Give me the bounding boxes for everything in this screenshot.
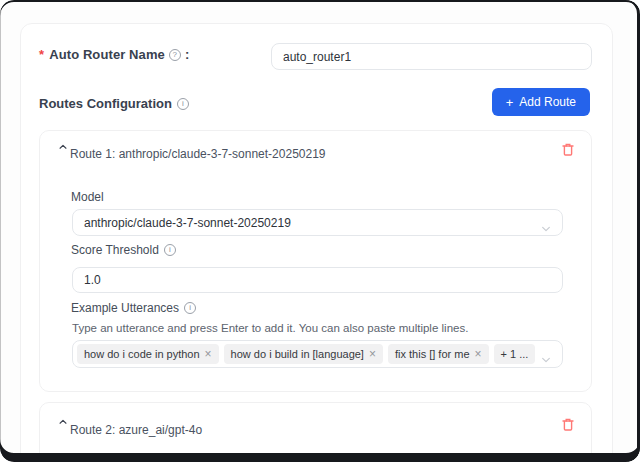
route-1-panel: Route 1: anthropic/claude-3-7-sonnet-202…: [39, 130, 592, 392]
route-1-title: Route 1: anthropic/claude-3-7-sonnet-202…: [70, 147, 326, 161]
question-circle-icon[interactable]: ?: [169, 49, 181, 61]
utterance-tag: how do i code in python ×: [77, 344, 219, 364]
tag-close-icon[interactable]: ×: [475, 348, 482, 360]
auto-router-name-input[interactable]: [271, 43, 592, 70]
utterance-tag-label: how do i build in [language]: [231, 348, 364, 360]
app-window: * Auto Router Name ? : Routes Configurat…: [0, 0, 640, 462]
model-label: Model: [71, 190, 104, 204]
utterance-tag-label: how do i code in python: [84, 348, 200, 360]
info-circle-icon[interactable]: i: [164, 244, 176, 256]
model-select-value: anthropic/claude-3-7-sonnet-20250219: [84, 216, 291, 230]
collapse-chevron-up-icon[interactable]: [55, 414, 71, 430]
auto-router-name-label-text: Auto Router Name: [49, 47, 165, 62]
utterances-tags-input[interactable]: how do i code in python × how do i build…: [72, 340, 563, 368]
delete-route-icon[interactable]: [560, 142, 576, 158]
delete-route-icon[interactable]: [560, 417, 576, 433]
info-circle-icon[interactable]: i: [184, 302, 196, 314]
chevron-down-icon: [541, 350, 551, 368]
example-utterances-label: Example Utterances: [71, 301, 179, 315]
add-route-button[interactable]: + Add Route: [492, 88, 590, 116]
screenshot-stage: * Auto Router Name ? : Routes Configurat…: [0, 0, 640, 462]
required-asterisk: *: [39, 47, 44, 62]
route-2-panel: Route 2: azure_ai/gpt-4o: [39, 402, 592, 462]
label-colon: :: [185, 47, 189, 62]
auto-router-form-card: * Auto Router Name ? : Routes Configurat…: [20, 23, 613, 462]
utterance-tag-label: fix this [] for me: [395, 348, 470, 360]
utterances-hint-text: Type an utterance and press Enter to add…: [72, 322, 468, 334]
utterance-overflow-label: + 1 ...: [501, 348, 529, 360]
utterance-overflow-tag[interactable]: + 1 ...: [494, 344, 536, 364]
tag-close-icon[interactable]: ×: [369, 348, 376, 360]
info-circle-icon[interactable]: i: [177, 98, 189, 110]
route-2-title: Route 2: azure_ai/gpt-4o: [70, 423, 202, 437]
collapse-chevron-up-icon[interactable]: [55, 139, 71, 155]
utterance-tag: fix this [] for me ×: [388, 344, 489, 364]
score-threshold-input[interactable]: [72, 267, 563, 293]
model-select[interactable]: anthropic/claude-3-7-sonnet-20250219: [72, 209, 563, 236]
auto-router-name-label: * Auto Router Name ? :: [39, 47, 189, 62]
score-threshold-label: Score Threshold: [71, 243, 159, 257]
routes-configuration-label-text: Routes Configuration: [39, 96, 172, 111]
tag-close-icon[interactable]: ×: [205, 348, 212, 360]
chevron-down-icon: [541, 219, 551, 237]
plus-icon: +: [506, 96, 514, 109]
add-route-button-label: Add Route: [519, 95, 576, 109]
routes-configuration-label: Routes Configuration i: [39, 96, 189, 111]
utterance-tag: how do i build in [language] ×: [224, 344, 383, 364]
